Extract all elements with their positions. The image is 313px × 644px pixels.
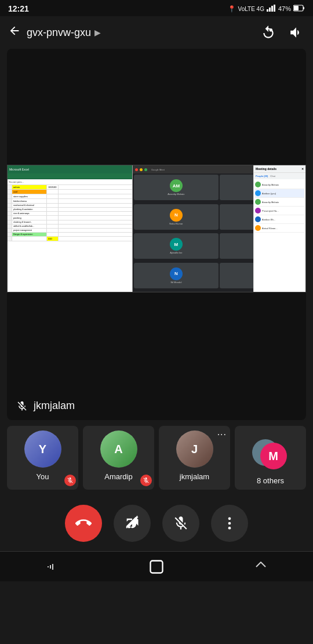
video-bottom: jkmjalam xyxy=(7,292,306,420)
video-top-black xyxy=(7,49,306,165)
participant-card-jkmjalam[interactable]: J ··· jkmjalam xyxy=(159,426,230,490)
participant-name-you: You xyxy=(37,472,49,481)
amardip-mute-badge xyxy=(140,475,152,486)
battery-label: 47% xyxy=(278,5,291,12)
mic-button[interactable] xyxy=(162,505,199,542)
battery-icon xyxy=(293,5,305,13)
meet-tile-7: N Nil Mondol xyxy=(134,263,219,288)
volume-button[interactable] xyxy=(287,24,305,41)
meet-tile-3: N Nakul Kumar xyxy=(134,204,219,230)
excel-panel: Microsoft Excel You are pres... admin100… xyxy=(8,165,133,292)
meet-tile-1: AM Amardip Mahato xyxy=(134,175,219,200)
svg-rect-6 xyxy=(294,6,299,10)
meet-panel: Google Meet AM Amardip Mahato AB Anirban… xyxy=(133,165,305,292)
back-button[interactable] xyxy=(8,24,21,41)
participant-avatar-jkmjalam: J xyxy=(176,430,213,468)
svg-rect-3 xyxy=(274,5,275,12)
nav-recent-button[interactable] xyxy=(249,555,272,578)
participants-row: Y You A Amardip J ··· jkmjalam M xyxy=(0,420,313,495)
jkmjalam-dots-badge: ··· xyxy=(217,429,227,440)
details-header: Meeting details ✕ xyxy=(254,165,305,173)
meeting-code: gvx-pnvw-gxu xyxy=(27,27,91,39)
participant-name-amardip: Amardip xyxy=(104,472,132,481)
meeting-title: gvx-pnvw-gxu ▶ xyxy=(27,27,260,39)
svg-rect-1 xyxy=(269,8,271,12)
svg-rect-2 xyxy=(271,6,273,12)
svg-point-10 xyxy=(228,527,231,530)
participant-name-jkmjalam: jkmjalam xyxy=(180,472,209,481)
top-bar: gvx-pnvw-gxu ▶ xyxy=(0,16,313,49)
nav-bar xyxy=(0,551,313,581)
participant-card-amardip[interactable]: A Amardip xyxy=(83,426,154,490)
status-bar: 12:21 📍 VoLTE 4G 47% xyxy=(0,0,313,16)
status-icons: 📍 VoLTE 4G 47% xyxy=(228,5,305,13)
presenter-mute-icon xyxy=(16,400,28,412)
end-call-button[interactable] xyxy=(65,505,102,542)
meet-tile-5: M Ajimallin lee xyxy=(134,233,219,259)
participant-name-others: 8 others xyxy=(257,476,284,485)
excel-top-bar: Microsoft Excel xyxy=(8,165,132,173)
screen-share-preview: Microsoft Excel You are pres... admin100… xyxy=(7,165,306,292)
svg-point-8 xyxy=(228,518,231,520)
nav-home-button[interactable] xyxy=(145,555,168,578)
meeting-title-arrow[interactable]: ▶ xyxy=(94,28,101,37)
you-mute-badge xyxy=(64,475,76,486)
call-controls xyxy=(0,495,313,551)
presenter-name-row: jkmjalam xyxy=(16,400,297,412)
excel-toolbar xyxy=(8,173,132,179)
svg-rect-12 xyxy=(50,565,51,569)
excel-grid: admin100/100 civil store supplies kitche… xyxy=(8,185,132,241)
svg-point-7 xyxy=(270,28,272,31)
participant-avatar-amardip: A xyxy=(100,430,137,468)
more-options-button[interactable] xyxy=(211,505,248,542)
screen-taskbar: 6:23 PM xyxy=(8,292,305,292)
main-video-area: Microsoft Excel You are pres... admin100… xyxy=(7,49,306,420)
status-time: 12:21 xyxy=(8,4,29,13)
location-icon: 📍 xyxy=(228,5,236,13)
svg-point-9 xyxy=(228,522,231,525)
details-list: Amardip Mahato Anirban (you) Amardip Mah… xyxy=(254,179,305,234)
participant-card-you[interactable]: Y You xyxy=(7,426,78,490)
signal-icon xyxy=(267,5,276,13)
svg-rect-14 xyxy=(151,560,163,573)
svg-rect-13 xyxy=(52,564,53,570)
presenter-name: jkmjalam xyxy=(34,400,75,412)
rotate-cam-button[interactable] xyxy=(260,24,277,41)
participant-avatar-you: Y xyxy=(24,430,61,468)
screen-content: Microsoft Excel You are pres... admin100… xyxy=(8,165,305,292)
network-label: VoLTE 4G xyxy=(238,6,264,12)
nav-back-button[interactable] xyxy=(41,555,64,578)
svg-rect-11 xyxy=(48,566,49,567)
svg-rect-5 xyxy=(303,7,304,9)
top-bar-icons xyxy=(260,24,305,41)
meeting-details-panel: Meeting details ✕ People (20) Chat Amard… xyxy=(253,165,305,292)
participant-card-others[interactable]: M 8 others xyxy=(235,426,306,490)
svg-rect-0 xyxy=(267,9,268,12)
camera-button[interactable] xyxy=(114,505,151,542)
